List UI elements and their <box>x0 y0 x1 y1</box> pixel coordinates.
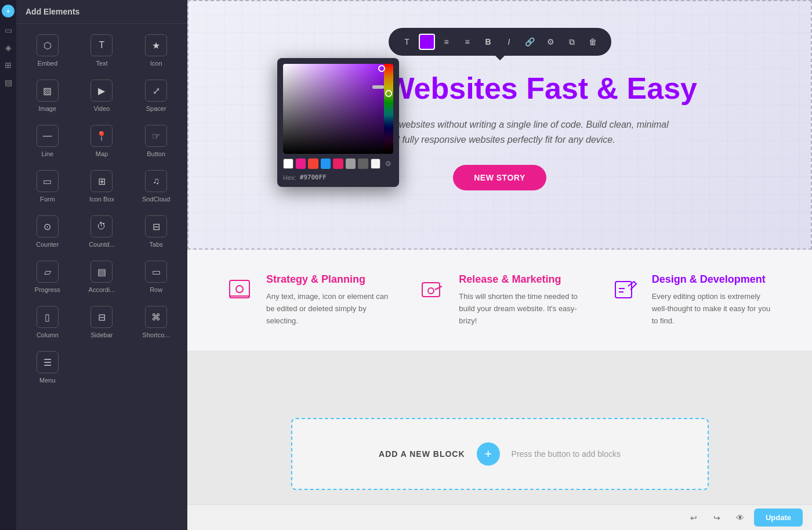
swatch-blue[interactable] <box>321 158 331 169</box>
image-label: Image <box>39 105 57 112</box>
element-counter[interactable]: ⊙ Counter <box>21 210 74 254</box>
feature-desc-2: Every editing option is extremely well-t… <box>652 291 777 327</box>
counter-icon: ⊙ <box>37 215 59 237</box>
color-spectrum[interactable] <box>384 64 393 154</box>
settings-icon[interactable]: ⊞ <box>1 58 15 72</box>
element-video[interactable]: ▶ Video <box>75 74 129 118</box>
element-icon[interactable]: ★ Icon <box>129 28 183 73</box>
form-label: Form <box>40 196 55 203</box>
undo-button[interactable]: ↩ <box>684 509 703 527</box>
feature-title-2: Design & Development <box>652 273 777 286</box>
bottom-toolbar: ↩ ↪ 👁 Update <box>187 504 812 530</box>
element-column[interactable]: ▯ Column <box>21 300 74 344</box>
element-menu[interactable]: ☰ Menu <box>21 345 74 390</box>
element-countd[interactable]: ⏱ Countd... <box>75 210 129 254</box>
toolbar-copy-btn[interactable]: ⧉ <box>563 33 581 51</box>
map-label: Map <box>96 150 108 157</box>
toolbar-text-btn[interactable]: T <box>398 33 416 51</box>
element-form[interactable]: ▭ Form <box>21 164 74 208</box>
redo-button[interactable]: ↪ <box>708 509 726 527</box>
elements-grid: ⬡ Embed T Text ★ Icon ▨ Image ▶ Video ⤢ … <box>16 24 187 394</box>
preview-button[interactable]: 👁 <box>731 509 749 527</box>
swatch-pink[interactable] <box>296 158 306 169</box>
styles-icon[interactable]: ◈ <box>1 41 15 55</box>
element-map[interactable]: 📍 Map <box>75 119 129 163</box>
swatch-light[interactable] <box>371 158 381 169</box>
element-tabs[interactable]: ⊟ Tabs <box>129 210 183 254</box>
sndcloud-icon: ♫ <box>145 170 167 192</box>
element-sndcloud[interactable]: ♫ SndCloud <box>129 164 183 208</box>
add-elements-icon[interactable]: + <box>2 5 14 17</box>
toolbar-delete-btn[interactable]: 🗑 <box>583 33 602 51</box>
element-shortco[interactable]: ⌘ Shortco... <box>129 300 183 344</box>
toolbar-color-btn[interactable] <box>419 34 435 50</box>
shortco-label: Shortco... <box>143 331 170 338</box>
row-label: Row <box>150 286 162 293</box>
gradient-handle2[interactable] <box>385 90 392 97</box>
progress-icon: ▱ <box>37 261 59 283</box>
pages-icon[interactable]: ▭ <box>1 23 15 37</box>
color-picker: ⚙ Hex: #9700FF <box>277 58 399 187</box>
element-iconbox[interactable]: ⊞ Icon Box <box>75 164 129 208</box>
features-section: Strategy & Planning Any text, image, ico… <box>187 250 812 351</box>
svg-point-1 <box>236 286 243 293</box>
add-block-section: ADD A NEW BLOCK + Press the button to ad… <box>291 418 709 490</box>
tabs-icon: ⊟ <box>145 215 167 237</box>
button-icon: ☞ <box>145 125 167 147</box>
progress-label: Progress <box>35 286 60 293</box>
feature-content-0: Strategy & Planning Any text, image, ico… <box>266 273 392 327</box>
element-embed[interactable]: ⬡ Embed <box>21 28 74 73</box>
toolbar-align-left-btn[interactable]: ≡ <box>458 33 477 51</box>
image-icon: ▨ <box>37 80 59 102</box>
hex-value[interactable]: #9700FF <box>300 174 327 181</box>
feature-icon-0 <box>222 273 257 308</box>
button-label: Button <box>147 150 165 157</box>
hero-cta-button[interactable]: NEW STORY <box>453 165 546 190</box>
feature-desc-0: Any text, image, icon or element can be … <box>266 291 392 327</box>
toolbar-align-center-btn[interactable]: ≡ <box>437 33 456 51</box>
toolbar-settings-btn[interactable]: ⚙ <box>542 33 560 51</box>
column-icon: ▯ <box>37 306 59 328</box>
gradient-handle[interactable] <box>378 65 385 72</box>
toolbar-italic-btn[interactable]: I <box>500 33 519 51</box>
sndcloud-label: SndCloud <box>142 196 170 203</box>
toolbar-link-btn[interactable]: 🔗 <box>521 33 539 51</box>
element-text[interactable]: T Text <box>75 28 129 73</box>
swatch-red[interactable] <box>308 158 318 169</box>
element-accordi[interactable]: ▤ Accordi... <box>75 255 129 299</box>
color-gradient-area[interactable] <box>283 64 393 154</box>
feature-card-0: Strategy & Planning Any text, image, ico… <box>222 273 392 327</box>
element-spacer[interactable]: ⤢ Spacer <box>129 74 183 118</box>
element-sidebar[interactable]: ⊟ Sidebar <box>75 300 129 344</box>
swatch-settings-icon[interactable]: ⚙ <box>383 158 393 169</box>
add-elements-panel: Add Elements ⬡ Embed T Text ★ Icon ▨ Ima… <box>16 0 187 530</box>
add-block-button[interactable]: + <box>477 442 500 466</box>
element-image[interactable]: ▨ Image <box>21 74 74 118</box>
spacer-label: Spacer <box>146 105 166 112</box>
layout-icon[interactable]: ▤ <box>1 75 15 89</box>
element-line[interactable]: — Line <box>21 119 74 163</box>
icon-label: Icon <box>150 60 162 67</box>
menu-icon: ☰ <box>37 351 59 373</box>
spectrum-handle[interactable] <box>372 85 384 89</box>
feature-icon-1 <box>415 273 449 308</box>
element-button[interactable]: ☞ Button <box>129 119 183 163</box>
toolbar-bold-btn[interactable]: B <box>479 33 498 51</box>
countd-icon: ⏱ <box>90 215 113 237</box>
update-button[interactable]: Update <box>754 509 803 527</box>
line-label: Line <box>41 150 53 157</box>
element-progress[interactable]: ▱ Progress <box>21 255 74 299</box>
swatch-gray[interactable] <box>346 158 356 169</box>
iconbox-icon: ⊞ <box>90 170 113 192</box>
feature-title-0: Strategy & Planning <box>266 273 392 286</box>
swatch-magenta[interactable] <box>333 158 343 169</box>
swatch-white[interactable] <box>283 158 293 169</box>
swatch-darkgray[interactable] <box>358 158 368 169</box>
element-row[interactable]: ▭ Row <box>129 255 183 299</box>
row-icon: ▭ <box>145 261 167 283</box>
sidebar-icon: ⊟ <box>90 306 113 328</box>
panel-title: Add Elements <box>16 0 187 24</box>
left-icon-rail: + ▭ ◈ ⊞ ▤ <box>0 0 16 530</box>
video-icon: ▶ <box>90 80 113 102</box>
tabs-label: Tabs <box>150 241 163 248</box>
